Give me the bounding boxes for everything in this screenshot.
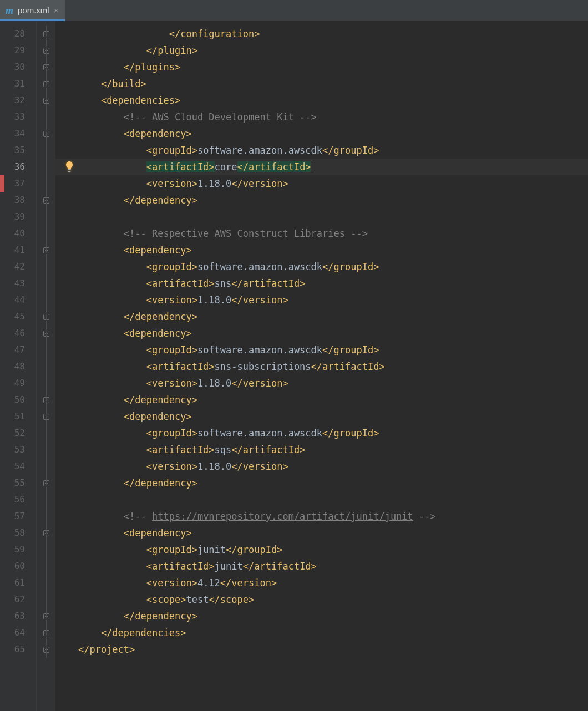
tab-pom-xml[interactable]: m pom.xml × bbox=[0, 0, 65, 21]
line-number[interactable]: 56 bbox=[0, 491, 36, 508]
line-number[interactable]: 36 bbox=[0, 159, 36, 175]
fold-close-icon[interactable] bbox=[37, 624, 55, 641]
code-line[interactable]: </plugin> bbox=[55, 42, 588, 59]
code-line[interactable]: <artifactId>sns</artifactId> bbox=[55, 275, 588, 292]
line-number[interactable]: 43 bbox=[0, 275, 36, 292]
code-line[interactable]: </dependency> bbox=[55, 608, 588, 624]
fold-open-icon[interactable] bbox=[37, 125, 55, 142]
code-line[interactable]: <artifactId>sns-subscriptions</artifactI… bbox=[55, 358, 588, 375]
line-number[interactable]: 39 bbox=[0, 209, 36, 225]
line-number[interactable]: 47 bbox=[0, 342, 36, 358]
code-line[interactable]: </dependency> bbox=[55, 475, 588, 491]
line-number[interactable]: 35 bbox=[0, 142, 36, 159]
intention-bulb-icon[interactable] bbox=[60, 159, 79, 175]
line-number[interactable]: 41 bbox=[0, 242, 36, 258]
line-number[interactable]: 49 bbox=[0, 375, 36, 392]
fold-close-icon[interactable] bbox=[37, 392, 55, 408]
code-line[interactable]: <dependencies> bbox=[55, 92, 588, 109]
code-line[interactable]: </project> bbox=[55, 641, 588, 658]
fold-column[interactable] bbox=[37, 21, 55, 711]
fold-open-icon[interactable] bbox=[37, 525, 55, 541]
code-line[interactable]: <groupId>software.amazon.awscdk</groupId… bbox=[55, 142, 588, 159]
code-line[interactable]: <dependency> bbox=[55, 525, 588, 541]
code-line[interactable]: <!-- Respective AWS Construct Libraries … bbox=[55, 225, 588, 242]
line-number[interactable]: 64 bbox=[0, 624, 36, 641]
code-line[interactable]: <groupId>junit</groupId> bbox=[55, 541, 588, 558]
code-line[interactable]: </plugins> bbox=[55, 59, 588, 75]
fold-close-icon[interactable] bbox=[37, 75, 55, 92]
code-line[interactable]: <version>1.18.0</version> bbox=[55, 458, 588, 475]
code-line[interactable]: <groupId>software.amazon.awscdk</groupId… bbox=[55, 425, 588, 441]
line-number[interactable]: 30 bbox=[0, 59, 36, 75]
line-number[interactable]: 45 bbox=[0, 308, 36, 325]
code-line[interactable]: </dependency> bbox=[55, 392, 588, 408]
code-line[interactable]: </dependency> bbox=[55, 192, 588, 209]
line-number[interactable]: 57 bbox=[0, 508, 36, 525]
line-number[interactable]: 55 bbox=[0, 475, 36, 491]
code-line[interactable]: <version>1.18.0</version> bbox=[55, 375, 588, 392]
fold-close-icon[interactable] bbox=[37, 308, 55, 325]
code-line[interactable]: <version>1.18.0</version> bbox=[55, 292, 588, 308]
line-number[interactable]: 28 bbox=[0, 26, 36, 42]
line-number[interactable]: 52 bbox=[0, 425, 36, 441]
code-editor[interactable]: 2829303132333435363738394041424344454647… bbox=[0, 21, 588, 711]
close-icon[interactable]: × bbox=[54, 6, 59, 15]
code-line[interactable]: <artifactId>sqs</artifactId> bbox=[55, 441, 588, 458]
code-line[interactable]: <dependency> bbox=[55, 125, 588, 142]
line-number[interactable]: 65 bbox=[0, 641, 36, 658]
code-line[interactable]: <!-- https://mvnrepository.com/artifact/… bbox=[55, 508, 588, 525]
line-number[interactable]: 51 bbox=[0, 408, 36, 425]
fold-open-icon[interactable] bbox=[37, 408, 55, 425]
line-number[interactable]: 60 bbox=[0, 558, 36, 575]
fold-close-icon[interactable] bbox=[37, 475, 55, 491]
line-number[interactable]: 34 bbox=[0, 125, 36, 142]
line-number[interactable]: 37 bbox=[0, 175, 36, 192]
code-line[interactable]: <dependency> bbox=[55, 408, 588, 425]
code-line[interactable]: </dependency> bbox=[55, 308, 588, 325]
code-line[interactable]: </dependencies> bbox=[55, 624, 588, 641]
fold-close-icon[interactable] bbox=[37, 26, 55, 42]
code-line[interactable]: <version>4.12</version> bbox=[55, 575, 588, 591]
code-line[interactable]: <artifactId>core</artifactId> bbox=[55, 159, 588, 175]
fold-open-icon[interactable] bbox=[37, 325, 55, 342]
line-number[interactable]: 61 bbox=[0, 575, 36, 591]
line-number[interactable]: 54 bbox=[0, 458, 36, 475]
code-line[interactable] bbox=[55, 491, 588, 508]
fold-open-icon[interactable] bbox=[37, 242, 55, 258]
fold-open-icon[interactable] bbox=[37, 92, 55, 109]
line-number[interactable]: 31 bbox=[0, 75, 36, 92]
code-line[interactable]: </build> bbox=[55, 75, 588, 92]
code-line[interactable]: <dependency> bbox=[55, 325, 588, 342]
line-number-gutter[interactable]: 2829303132333435363738394041424344454647… bbox=[0, 21, 37, 711]
line-number[interactable]: 32 bbox=[0, 92, 36, 109]
line-number[interactable]: 48 bbox=[0, 358, 36, 375]
line-number[interactable]: 44 bbox=[0, 292, 36, 308]
code-line[interactable] bbox=[55, 209, 588, 225]
line-number[interactable]: 40 bbox=[0, 225, 36, 242]
code-line[interactable]: <version>1.18.0</version> bbox=[55, 175, 588, 192]
line-number[interactable]: 46 bbox=[0, 325, 36, 342]
fold-close-icon[interactable] bbox=[37, 192, 55, 209]
code-line[interactable]: <!-- AWS Cloud Development Kit --> bbox=[55, 109, 588, 125]
fold-close-icon[interactable] bbox=[37, 59, 55, 75]
fold-close-icon[interactable] bbox=[37, 42, 55, 59]
line-number[interactable]: 33 bbox=[0, 109, 36, 125]
line-number[interactable]: 29 bbox=[0, 42, 36, 59]
code-area[interactable]: </configuration> </plugin> </plugins> </… bbox=[55, 21, 588, 711]
fold-close-icon[interactable] bbox=[37, 608, 55, 624]
line-number[interactable]: 63 bbox=[0, 608, 36, 624]
code-line[interactable]: <dependency> bbox=[55, 242, 588, 258]
line-number[interactable]: 38 bbox=[0, 192, 36, 209]
line-number[interactable]: 58 bbox=[0, 525, 36, 541]
code-line[interactable]: <artifactId>junit</artifactId> bbox=[55, 558, 588, 575]
line-number[interactable]: 53 bbox=[0, 441, 36, 458]
line-number[interactable]: 62 bbox=[0, 591, 36, 608]
line-number[interactable]: 42 bbox=[0, 258, 36, 275]
code-line[interactable]: <groupId>software.amazon.awscdk</groupId… bbox=[55, 258, 588, 275]
code-line[interactable]: <scope>test</scope> bbox=[55, 591, 588, 608]
line-number[interactable]: 59 bbox=[0, 541, 36, 558]
code-line[interactable]: <groupId>software.amazon.awscdk</groupId… bbox=[55, 342, 588, 358]
fold-close-icon[interactable] bbox=[37, 641, 55, 658]
line-number[interactable]: 50 bbox=[0, 392, 36, 408]
code-line[interactable]: </configuration> bbox=[55, 26, 588, 42]
